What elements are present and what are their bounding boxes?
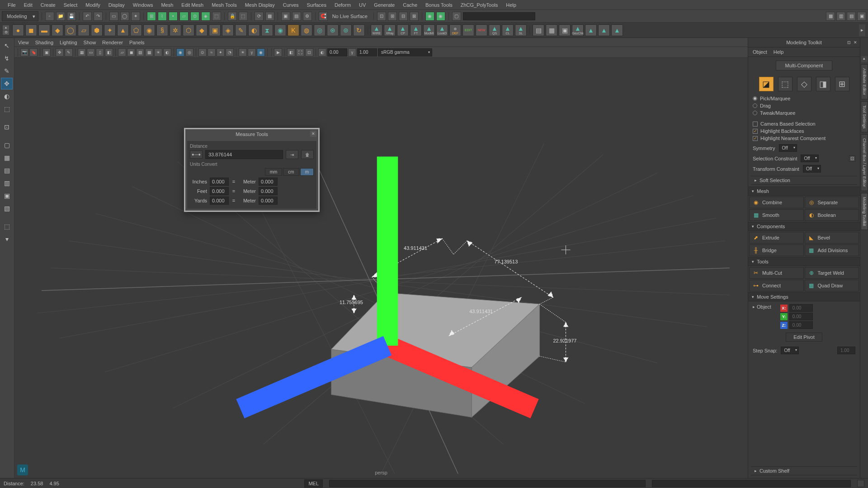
command-input[interactable] (329, 480, 646, 487)
multisample-icon[interactable]: ✦ (217, 48, 225, 56)
grid-icon[interactable]: ▦ (78, 48, 86, 56)
soft-selection-section[interactable]: Soft Selection (751, 176, 857, 185)
resolution-gate-icon[interactable]: ▯ (96, 48, 104, 56)
object-mode-button[interactable]: ◪ (759, 77, 774, 91)
menu-mesh-tools[interactable]: Mesh Tools (208, 1, 241, 9)
script-editor-icon[interactable] (857, 480, 864, 487)
layout-outliner-button[interactable]: ▧ (1, 202, 13, 214)
camera-select-icon[interactable]: 📷 (20, 48, 28, 56)
combine-icon[interactable]: ◉ (274, 24, 286, 36)
wireframe-icon[interactable]: ▱ (118, 48, 126, 56)
new-shelf-icon[interactable]: NEW (476, 24, 487, 36)
magnet-icon[interactable]: 🧲 (319, 12, 328, 21)
tab-tool-settings[interactable]: Tool Settings (861, 101, 868, 133)
paint-tool-button[interactable]: ✎ (1, 65, 13, 77)
panel-layout-1-icon[interactable]: ▦ (826, 12, 835, 21)
poly-cylinder-icon[interactable]: ▬ (38, 24, 50, 36)
poly-svg-icon[interactable]: ◈ (222, 24, 234, 36)
render-settings-icon[interactable]: ⚙ (303, 12, 312, 21)
tab-channel-box[interactable]: Channel Box / Layer Editor (861, 134, 868, 191)
sym-x-icon[interactable]: ⊞ (388, 12, 397, 21)
unlock-icon[interactable]: ⬚ (239, 12, 248, 21)
modmi-shelf-icon[interactable]: ▲ModMi (423, 24, 435, 36)
rotate-tool-button[interactable]: ◐ (1, 90, 13, 102)
edit-shelf-icon[interactable]: EDIT (462, 24, 474, 36)
poly-soccer-icon[interactable]: ⬡ (183, 24, 194, 36)
poly-prism-icon[interactable]: ⬠ (130, 24, 142, 36)
menu-zhcg-polytools[interactable]: ZhCG_PolyTools (457, 1, 502, 9)
select-tool-icon[interactable]: ▭ (109, 12, 118, 21)
convert-yards-value[interactable]: 0.000 (210, 197, 229, 205)
undo-icon[interactable]: ↶ (83, 12, 92, 21)
film-gate-icon[interactable]: ▭ (87, 48, 95, 56)
bookmark-icon[interactable]: 🔖 (29, 48, 38, 56)
tab-modeling-toolkit[interactable]: Modeling Toolkit (861, 193, 868, 230)
unit-cm-button[interactable]: cm (283, 168, 299, 176)
snap-view-icon[interactable]: ◧ (287, 48, 295, 56)
highlight-nearest-check[interactable] (753, 136, 758, 141)
axis-x-value[interactable]: 0.00 (789, 304, 813, 312)
paint-select-icon[interactable]: ✦ (131, 12, 140, 21)
qs-shelf-icon[interactable]: ▲QS (489, 24, 500, 36)
extrude-button[interactable]: ⬈Extrude (749, 232, 804, 244)
snap-plane-icon[interactable]: ▱ (179, 12, 189, 21)
viewport[interactable]: 43.911431 77.139513 11.755695 43.911431 … (14, 58, 748, 478)
sym-off-icon[interactable]: ⊡ (377, 12, 386, 21)
mesh-section[interactable]: Mesh (748, 187, 860, 196)
poly-plane-icon[interactable]: ▱ (78, 24, 90, 36)
expand-icon[interactable]: ⛶ (296, 48, 304, 56)
poly-superellipse-icon[interactable]: ◆ (196, 24, 208, 36)
axis-z-value[interactable]: 0.00 (789, 321, 813, 329)
redo-icon[interactable]: ↷ (94, 12, 103, 21)
lock-icon[interactable]: 🔒 (228, 12, 237, 21)
scroll-up-icon[interactable]: ▴ (861, 56, 868, 62)
gate-mask-icon[interactable]: ◧ (105, 48, 113, 56)
symmetry-dropdown[interactable]: Off (779, 144, 797, 152)
graph-shelf-icon[interactable]: ▦ (546, 24, 557, 36)
custom-tool-button[interactable]: ⬚ (1, 221, 13, 232)
combine-button[interactable]: ◉Combine (749, 197, 804, 208)
lights-icon[interactable]: ☀ (154, 48, 162, 56)
snap-grid-icon[interactable]: ⊞ (147, 12, 156, 21)
tab-attribute-editor[interactable]: Attribute Editor (861, 64, 868, 99)
quad-draw-button[interactable]: ▦Quad Draw (805, 280, 859, 291)
edge-mode-button[interactable]: ◇ (797, 77, 811, 91)
layout-two-h-button[interactable]: ▤ (1, 164, 13, 176)
menu-bonus-tools[interactable]: Bonus Tools (421, 1, 457, 9)
measure-delete-button[interactable]: 🗑 (301, 150, 314, 159)
separate-button[interactable]: ◎Separate (805, 197, 859, 208)
close-panel-icon[interactable]: ✕ (853, 40, 858, 45)
view-transform-dropdown[interactable]: sRGB gamma (378, 48, 432, 56)
sym-y-icon[interactable]: ⊟ (399, 12, 408, 21)
menu-help[interactable]: Help (502, 1, 520, 9)
target-weld-button[interactable]: ⊕Target Weld (805, 267, 859, 279)
xgen-icon[interactable]: ◉ (425, 12, 434, 21)
render-icon[interactable]: ▣ (281, 12, 290, 21)
ft-shelf-icon[interactable]: ▲FT (410, 24, 422, 36)
shadows-icon[interactable]: ◐ (163, 48, 171, 56)
cp-shelf-icon[interactable]: ▲CP (397, 24, 409, 36)
exposure-slider-icon[interactable]: ◐ (318, 48, 326, 56)
gamma-icon[interactable]: γ (248, 48, 256, 56)
lasso-tool-button[interactable]: ↯ (1, 52, 13, 64)
last-tool-button[interactable]: ⊡ (1, 121, 13, 133)
menu-mesh-display[interactable]: Mesh Display (241, 1, 279, 9)
snap-live-icon[interactable]: ◈ (201, 12, 210, 21)
poly-cone-icon[interactable]: ◆ (52, 24, 63, 36)
shelf-extra-3-icon[interactable]: ▲ (611, 24, 623, 36)
multi-component-button[interactable]: Multi-Component (776, 61, 833, 70)
step-snap-dropdown[interactable]: Off (781, 347, 799, 354)
menu-select[interactable]: Select (60, 1, 82, 9)
snap-point-icon[interactable]: • (169, 12, 178, 21)
menu-create[interactable]: Create (37, 1, 60, 9)
shelf-scroll-icon[interactable]: ▸ (859, 24, 865, 36)
convert-meter-value-2[interactable]: 0.000 (259, 187, 278, 195)
panel-menu-renderer[interactable]: Renderer (102, 40, 123, 45)
sculpt-icon[interactable]: ✎ (235, 24, 247, 36)
gamma-slider-icon[interactable]: γ (348, 48, 356, 56)
sl-shelf-icon[interactable]: ▲SL (515, 24, 527, 36)
toolkit-menu-object[interactable]: Object (753, 49, 767, 55)
menu-edit[interactable]: Edit (20, 1, 37, 9)
menu-file[interactable]: File (4, 1, 20, 9)
drag-radio[interactable] (753, 103, 757, 108)
